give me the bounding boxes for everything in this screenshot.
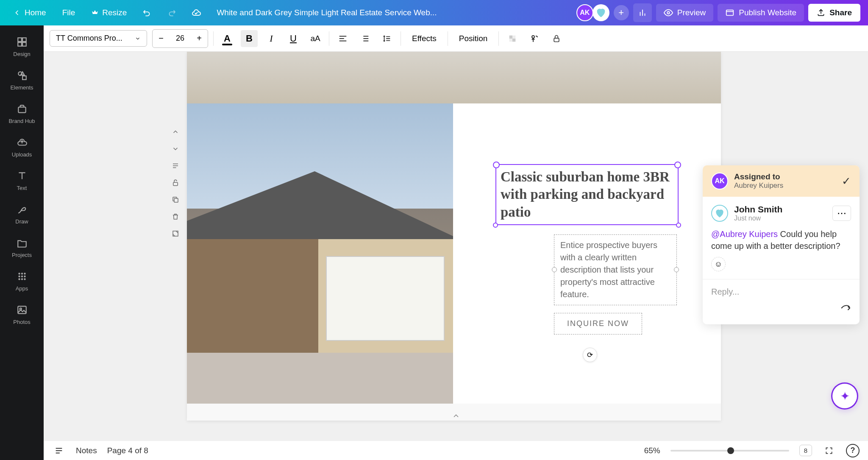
- assigned-bar: AK Assigned to Aubrey Kuipers ✓: [703, 165, 860, 197]
- effects-button[interactable]: Effects: [406, 31, 442, 47]
- resize-handle[interactable]: [676, 223, 681, 228]
- sidebar-item-draw[interactable]: Draw: [5, 199, 39, 229]
- page-count-badge[interactable]: 8: [799, 445, 812, 456]
- sync-indicator[interactable]: ⟳: [583, 348, 597, 362]
- file-menu[interactable]: File: [57, 5, 81, 21]
- zoom-slider[interactable]: [670, 450, 789, 452]
- page-expand-button[interactable]: [170, 228, 181, 240]
- align-left-icon: [338, 34, 348, 43]
- svg-point-15: [18, 273, 20, 274]
- sidebar-item-brand-hub[interactable]: Brand Hub: [5, 98, 39, 128]
- underline-button[interactable]: U: [285, 30, 302, 47]
- svg-point-16: [21, 273, 22, 274]
- page-expand-arrow[interactable]: [448, 411, 465, 421]
- lock-button[interactable]: [548, 30, 565, 47]
- add-collaborator-button[interactable]: +: [614, 5, 629, 20]
- publish-button[interactable]: Publish Website: [718, 4, 804, 22]
- sidebar-label: Brand Hub: [8, 118, 35, 124]
- sidebar-item-text[interactable]: Text: [5, 165, 39, 195]
- document-title[interactable]: White and Dark Grey Simple Light Real Es…: [217, 8, 565, 17]
- sidebar-label: Draw: [15, 218, 28, 225]
- avatar-collaborator[interactable]: [593, 4, 609, 21]
- font-size-control: − +: [152, 29, 208, 48]
- page-comment-button[interactable]: [170, 160, 181, 172]
- file-label: File: [62, 8, 75, 17]
- svg-point-0: [667, 11, 670, 14]
- page-duplicate-button[interactable]: [170, 194, 181, 206]
- send-reply-button[interactable]: [840, 303, 851, 317]
- fullscreen-button[interactable]: [822, 444, 836, 457]
- home-button[interactable]: Home: [8, 5, 51, 21]
- resize-button[interactable]: Resize: [86, 5, 132, 21]
- bold-button[interactable]: B: [241, 30, 258, 47]
- upload-icon: [817, 8, 825, 17]
- sidebar-item-design[interactable]: Design: [5, 31, 39, 61]
- mention[interactable]: @Aubrey Kuipers: [711, 229, 778, 239]
- animate-button[interactable]: [526, 30, 543, 47]
- cloud-sync-button[interactable]: [187, 3, 206, 22]
- resize-handle[interactable]: [493, 223, 498, 228]
- notes-icon-button[interactable]: [52, 444, 66, 457]
- assignee-avatar[interactable]: AK: [711, 173, 728, 190]
- help-button[interactable]: ?: [846, 444, 860, 457]
- font-size-input[interactable]: [170, 34, 191, 43]
- add-reaction-button[interactable]: ☺: [711, 257, 726, 271]
- page-lock-button[interactable]: [170, 177, 181, 189]
- zoom-value[interactable]: 65%: [644, 446, 660, 455]
- page-down-button[interactable]: [170, 143, 181, 155]
- sidebar-item-uploads[interactable]: Uploads: [5, 132, 39, 162]
- sidebar-label: Apps: [16, 285, 28, 292]
- analytics-button[interactable]: [633, 3, 652, 22]
- canvas-area[interactable]: Classic suburban home 3BR with parking a…: [44, 52, 868, 440]
- inquire-button[interactable]: INQUIRE NOW: [554, 313, 642, 335]
- undo-button[interactable]: [138, 3, 156, 22]
- page-up-button[interactable]: [170, 126, 181, 138]
- italic-button[interactable]: I: [263, 30, 280, 47]
- magic-assistant-button[interactable]: ✦: [832, 384, 857, 408]
- chevron-down-icon: [135, 36, 141, 42]
- design-icon: [16, 36, 28, 48]
- spacing-button[interactable]: [378, 30, 395, 47]
- list-button[interactable]: [356, 30, 373, 47]
- notes-button[interactable]: Notes: [76, 446, 97, 455]
- transparency-button[interactable]: [504, 30, 521, 47]
- svg-rect-11: [22, 42, 26, 46]
- assigned-label: Assigned to: [734, 172, 836, 181]
- text-case-button[interactable]: aA: [307, 30, 324, 47]
- description-text[interactable]: Entice prospective buyers with a clearly…: [560, 239, 670, 301]
- share-button[interactable]: Share: [808, 4, 860, 22]
- font-size-increase[interactable]: +: [191, 33, 208, 43]
- resolve-button[interactable]: ✓: [842, 175, 851, 188]
- commenter-avatar[interactable]: [711, 205, 728, 222]
- globe-icon: [725, 8, 734, 17]
- font-family-select[interactable]: TT Commons Pro...: [50, 30, 147, 47]
- font-color-button[interactable]: A: [219, 30, 236, 47]
- svg-point-21: [18, 278, 20, 280]
- redo-button[interactable]: [162, 3, 181, 22]
- page-delete-button[interactable]: [170, 211, 181, 223]
- align-button[interactable]: [334, 30, 351, 47]
- page-indicator[interactable]: Page 4 of 8: [107, 446, 148, 455]
- position-button[interactable]: Position: [453, 31, 494, 47]
- sidebar-item-elements[interactable]: Elements: [5, 65, 39, 95]
- comment-menu-button[interactable]: ⋯: [832, 206, 851, 221]
- reply-input[interactable]: Reply...: [711, 287, 851, 297]
- sidebar-item-projects[interactable]: Projects: [5, 232, 39, 262]
- svg-rect-10: [18, 42, 22, 46]
- font-size-decrease[interactable]: −: [153, 33, 170, 43]
- svg-rect-14: [18, 107, 25, 113]
- house-image[interactable]: [187, 103, 453, 404]
- comment-header: John Smith Just now ⋯: [711, 204, 851, 222]
- sidebar-label: Elements: [10, 84, 33, 91]
- svg-rect-7: [554, 38, 559, 42]
- projects-icon: [16, 237, 28, 249]
- sidebar-item-photos[interactable]: Photos: [5, 299, 39, 329]
- sidebar-item-apps[interactable]: Apps: [5, 266, 39, 296]
- sidebar-label: Design: [13, 51, 30, 57]
- heading-text-box[interactable]: Classic suburban home 3BR with parking a…: [495, 164, 679, 225]
- avatar-user[interactable]: AK: [576, 4, 593, 21]
- heading-text[interactable]: Classic suburban home 3BR with parking a…: [501, 168, 673, 221]
- description-text-box[interactable]: Entice prospective buyers with a clearly…: [554, 234, 677, 305]
- preview-button[interactable]: Preview: [656, 4, 714, 22]
- zoom-thumb[interactable]: [727, 447, 734, 454]
